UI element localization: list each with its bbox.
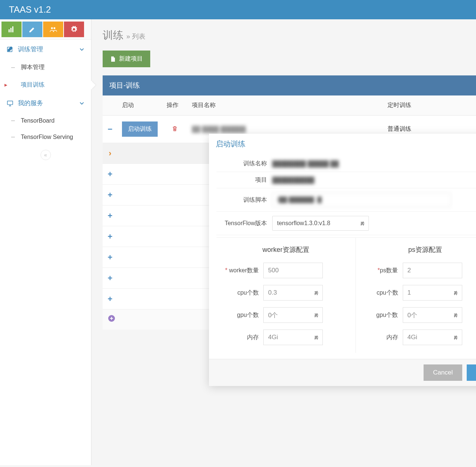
app-title: TAAS v1.2 <box>9 4 51 14</box>
sidebar-item-label: TensorBoard <box>21 117 55 124</box>
expand-row-button[interactable]: + <box>103 226 118 247</box>
sidebar-item-label: TensorFlow Serving <box>21 134 73 140</box>
ok-button[interactable]: OK <box>467 364 476 381</box>
expand-row-button[interactable]: + <box>103 247 118 268</box>
launch-training-button[interactable]: 启动训练 <box>122 121 158 137</box>
edit-icon <box>7 46 13 53</box>
label-worker-mem: 内存 <box>219 334 263 341</box>
nav-group-training[interactable]: 训练管理 <box>0 40 91 59</box>
svg-point-3 <box>51 27 53 29</box>
label-tf-version: TensorFlow版本 <box>216 220 272 227</box>
ps-count-input[interactable] <box>403 263 462 278</box>
th-launch: 启动 <box>118 95 162 115</box>
ps-mem-select[interactable] <box>403 330 462 345</box>
active-marker-icon: ▶ <box>4 83 7 87</box>
ps-cpu-select[interactable] <box>403 285 462 301</box>
trash-icon[interactable] <box>171 127 178 133</box>
collapse-row-button[interactable]: − <box>103 119 118 140</box>
nav-group-services-label: 我的服务 <box>18 99 43 107</box>
worker-resource-section: worker资源配置 * worker数量 cpu个数 ▲▼ gpu个数 ▲▼ <box>216 238 356 353</box>
dash-icon <box>11 137 15 137</box>
worker-mem-select[interactable] <box>263 330 323 345</box>
svg-point-4 <box>54 27 55 29</box>
expand-row-button[interactable]: › <box>103 143 118 164</box>
tf-version-select[interactable] <box>272 216 369 231</box>
th-schedule: 定时训练 <box>383 95 476 115</box>
cancel-button[interactable]: Cancel <box>424 364 463 381</box>
ps-section-title: ps资源配置 <box>358 242 476 259</box>
new-project-button[interactable]: 新建项目 <box>103 51 150 67</box>
expand-row-button[interactable]: + <box>103 288 118 310</box>
chevron-down-icon <box>79 47 84 52</box>
launch-training-modal: 启动训练 ✕ 训练名称 ████████ █████ ██ 项目 ███████… <box>209 134 476 386</box>
chevron-down-icon <box>79 101 84 106</box>
label-ps-cpu: cpu个数 <box>358 289 403 297</box>
chart-icon[interactable] <box>1 22 22 37</box>
sidebar-action-bar <box>0 19 91 39</box>
breadcrumb-sub: » 列表 <box>126 33 145 40</box>
expand-row-button[interactable]: + <box>103 205 118 227</box>
new-project-label: 新建项目 <box>119 55 143 63</box>
breadcrumb: 训练 » 列表 <box>103 28 476 42</box>
sidebar-item-scripts[interactable]: 脚本管理 <box>0 59 91 76</box>
content: 训练 » 列表 新建项目 项目-训练 启动 操作 项目名称 定时训练 − 启动训… <box>91 19 476 465</box>
worker-cpu-select[interactable] <box>263 285 323 301</box>
table-header: 启动 操作 项目名称 定时训练 <box>103 95 476 116</box>
sidebar-item-tensorboard[interactable]: TensorBoard <box>0 113 91 129</box>
script-input[interactable] <box>272 192 451 207</box>
worker-count-input[interactable] <box>263 263 323 278</box>
panel-title: 项目-训练 <box>109 81 140 89</box>
expand-row-button[interactable]: + <box>103 163 118 185</box>
label-ps-gpu: gpu个数 <box>358 311 403 319</box>
label-worker-gpu: gpu个数 <box>219 311 263 319</box>
sidebar-item-label: 脚本管理 <box>21 64 45 71</box>
dash-icon <box>11 120 15 121</box>
th-action: 操作 <box>162 95 187 115</box>
ps-gpu-select[interactable] <box>403 307 462 323</box>
label-train-name: 训练名称 <box>216 160 272 168</box>
dash-icon <box>11 67 15 68</box>
pencil-icon[interactable] <box>22 22 42 37</box>
label-script: 训练脚本 <box>216 196 272 204</box>
nav-group-services[interactable]: 我的服务 <box>0 94 91 113</box>
users-icon[interactable] <box>43 22 63 37</box>
gear-icon[interactable] <box>64 22 84 37</box>
app-header: TAAS v1.2 <box>0 0 476 19</box>
label-worker-cpu: cpu个数 <box>219 289 263 297</box>
value-project: ██████████ <box>272 177 476 184</box>
expand-row-button[interactable]: + <box>103 184 118 206</box>
modal-title: 启动训练 <box>216 139 245 149</box>
svg-rect-6 <box>7 101 13 104</box>
label-worker-count: * worker数量 <box>219 267 263 275</box>
label-ps-mem: 内存 <box>358 334 403 341</box>
worker-gpu-select[interactable] <box>263 307 323 323</box>
worker-section-title: worker资源配置 <box>219 242 353 259</box>
sidebar-item-project-training[interactable]: ▶ 项目训练 <box>0 76 91 94</box>
nav-group-training-label: 训练管理 <box>18 45 43 53</box>
th-name: 项目名称 <box>187 95 383 115</box>
value-train-name: ████████ █████ ██ <box>272 160 476 167</box>
ps-resource-section: ps资源配置 *ps数量 cpu个数 ▲▼ gpu个数 ▲▼ <box>356 238 476 353</box>
breadcrumb-title: 训练 <box>103 29 123 41</box>
expand-row-button[interactable]: + <box>103 267 118 289</box>
document-icon <box>110 56 116 62</box>
monitor-icon <box>7 100 13 107</box>
panel-header: 项目-训练 <box>103 75 476 95</box>
svg-rect-2 <box>12 26 13 32</box>
collapse-sidebar-button[interactable]: « <box>41 150 51 160</box>
sidebar: 训练管理 脚本管理 ▶ 项目训练 我的服务 TensorBoard <box>0 19 91 465</box>
label-project: 项目 <box>216 176 272 184</box>
sidebar-item-label: 项目训练 <box>21 81 45 89</box>
svg-rect-0 <box>9 29 10 32</box>
sidebar-item-tfserving[interactable]: TensorFlow Serving <box>0 129 91 145</box>
svg-rect-1 <box>10 28 12 32</box>
label-ps-count: *ps数量 <box>358 267 403 275</box>
